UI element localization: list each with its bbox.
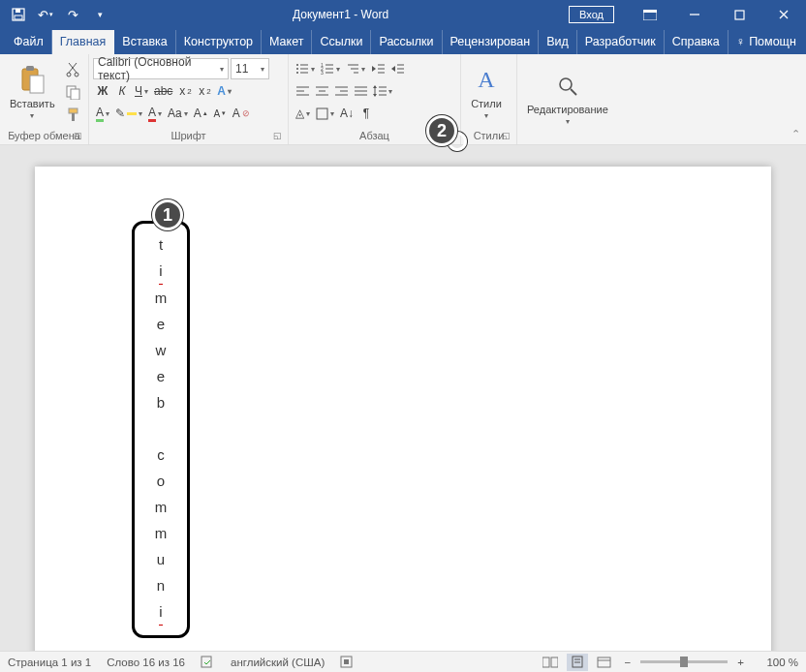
font-name-combo[interactable]: Calibri (Основной текст)▾	[93, 58, 229, 79]
decrease-indent-button[interactable]	[368, 58, 388, 79]
font-launcher-icon[interactable]: ◱	[273, 131, 282, 140]
highlight-button[interactable]: A▾	[93, 103, 112, 124]
svg-marker-40	[391, 66, 395, 72]
clear-formatting-button[interactable]: A⊘	[230, 103, 253, 124]
collapse-ribbon-icon[interactable]: ⌃	[791, 128, 800, 140]
tab-help[interactable]: Справка	[665, 30, 728, 54]
vertical-letter[interactable]: w	[156, 337, 167, 363]
vertical-letter[interactable]: i	[159, 258, 162, 285]
bold-button[interactable]: Ж	[93, 80, 112, 102]
vertical-letter[interactable]: i	[159, 598, 162, 626]
styles-button[interactable]: A Стили ▾	[465, 56, 508, 128]
zoom-slider[interactable]	[640, 660, 728, 663]
styles-icon: A	[471, 65, 502, 96]
vertical-letter[interactable]: m	[155, 520, 168, 546]
vertical-letter[interactable]	[159, 415, 163, 442]
vertical-letter[interactable]: b	[157, 389, 165, 415]
italic-button[interactable]: К	[112, 80, 132, 102]
tab-design[interactable]: Конструктор	[176, 30, 262, 54]
language-status[interactable]: английский (США)	[231, 657, 325, 668]
underline-button[interactable]: Ч▾	[132, 80, 151, 102]
font-size-combo[interactable]: 11▾	[231, 58, 269, 79]
align-center-button[interactable]	[312, 80, 331, 102]
tab-references[interactable]: Ссылки	[312, 30, 371, 54]
print-layout-icon[interactable]	[567, 654, 588, 671]
qat-customize-icon[interactable]: ▾	[87, 2, 112, 27]
close-icon[interactable]	[761, 0, 806, 29]
svg-marker-57	[373, 85, 377, 88]
macro-record-icon[interactable]	[340, 656, 353, 668]
show-marks-button[interactable]: ¶	[356, 103, 376, 124]
copy-icon[interactable]	[63, 81, 83, 103]
spellcheck-icon[interactable]	[201, 656, 215, 668]
tab-layout[interactable]: Макет	[262, 30, 312, 54]
tab-view[interactable]: Вид	[539, 30, 577, 54]
multilevel-list-button[interactable]: ▾	[343, 58, 368, 79]
styles-group-label: Стили◱	[465, 128, 512, 144]
ribbon-display-icon[interactable]	[628, 0, 672, 29]
superscript-button[interactable]: x2	[195, 80, 214, 102]
subscript-button[interactable]: x2	[175, 80, 195, 102]
word-count-status[interactable]: Слово 16 из 16	[107, 657, 185, 668]
vertical-letter[interactable]: o	[157, 468, 165, 494]
align-right-button[interactable]	[331, 80, 351, 102]
increase-indent-button[interactable]	[388, 58, 407, 79]
web-layout-icon[interactable]	[594, 654, 615, 671]
tab-file[interactable]: Файл	[6, 30, 52, 54]
vertical-letter[interactable]: n	[157, 572, 165, 598]
numbering-button[interactable]: 123▾	[318, 58, 343, 79]
tab-home[interactable]: Главная	[52, 30, 115, 54]
undo-icon[interactable]: ↶▾	[33, 2, 58, 27]
zoom-in-button[interactable]: +	[733, 657, 748, 668]
grow-font-button[interactable]: A▴	[191, 103, 210, 124]
tab-mailings[interactable]: Рассылки	[371, 30, 442, 54]
bullets-button[interactable]: ▾	[293, 58, 318, 79]
shrink-font-button[interactable]: A▾	[210, 103, 230, 124]
maximize-icon[interactable]	[717, 0, 761, 29]
cut-icon[interactable]	[63, 59, 83, 80]
tab-review[interactable]: Рецензирован	[443, 30, 540, 54]
vertical-letter[interactable]: t	[159, 231, 163, 258]
clipboard-launcher-icon[interactable]: ◱	[74, 131, 82, 140]
read-mode-icon[interactable]	[540, 654, 561, 671]
zoom-level[interactable]: 100 %	[754, 657, 798, 668]
page-number-status[interactable]: Страница 1 из 1	[8, 657, 91, 668]
borders-button[interactable]: ▾	[313, 103, 337, 124]
tab-insert[interactable]: Вставка	[114, 30, 175, 54]
document-area[interactable]: timeweb communi	[0, 145, 806, 651]
vertical-letter[interactable]: e	[157, 363, 165, 389]
tell-me-button[interactable]: ♀Помощн	[728, 30, 804, 54]
svg-rect-67	[344, 659, 349, 664]
format-painter-icon[interactable]	[63, 104, 83, 125]
tab-developer[interactable]: Разработчик	[577, 30, 665, 54]
page[interactable]: timeweb communi	[35, 167, 771, 651]
zoom-out-button[interactable]: −	[621, 657, 636, 668]
highlight-color-button[interactable]: ✎▾	[112, 103, 145, 124]
change-case-button[interactable]: Aa▾	[165, 103, 191, 124]
justify-button[interactable]	[351, 80, 370, 102]
svg-rect-1	[16, 9, 20, 13]
strikethrough-button[interactable]: abc	[151, 80, 175, 102]
vertical-letter[interactable]: c	[157, 442, 165, 468]
text-effects-button[interactable]: A▾	[214, 80, 234, 102]
editing-button[interactable]: Редактирование ▾	[521, 56, 614, 139]
vertical-letter[interactable]: m	[155, 494, 168, 520]
selected-text-column[interactable]: timeweb communi	[132, 221, 190, 638]
vertical-letter[interactable]: u	[157, 546, 165, 572]
paste-button[interactable]: Вставить ▾	[4, 56, 61, 128]
sort-button[interactable]: A↓	[337, 103, 356, 124]
minimize-icon[interactable]	[672, 0, 717, 29]
redo-icon[interactable]: ↷	[60, 2, 85, 27]
save-icon[interactable]	[6, 2, 31, 27]
line-spacing-button[interactable]: ▾	[370, 80, 395, 102]
shading-button[interactable]: ◬▾	[293, 103, 313, 124]
login-button[interactable]: Вход	[569, 6, 614, 23]
svg-point-63	[560, 78, 572, 90]
vertical-letter[interactable]: m	[155, 285, 168, 311]
font-color-button[interactable]: A▾	[145, 103, 165, 124]
vertical-letter[interactable]: e	[157, 311, 165, 337]
styles-launcher-icon[interactable]: ◱	[502, 131, 511, 140]
svg-rect-69	[551, 657, 558, 667]
align-left-button[interactable]	[293, 80, 312, 102]
svg-point-25	[296, 72, 298, 74]
